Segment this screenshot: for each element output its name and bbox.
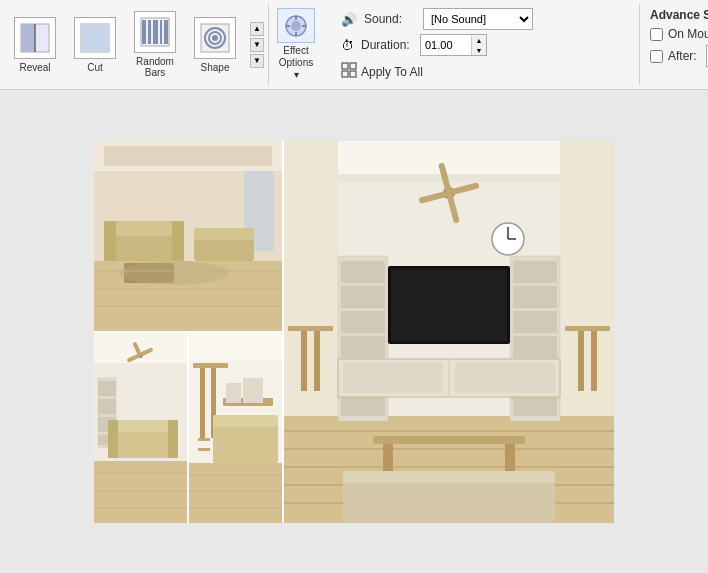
scroll-up-arrow[interactable]: ▲ (250, 22, 264, 36)
svg-rect-61 (341, 261, 385, 283)
transition-reveal[interactable]: Reveal (8, 13, 62, 77)
svg-rect-103 (108, 420, 118, 458)
timing-panel: 🔊 Sound: [No Sound] ⏱ Duration: ▲ ▼ (331, 4, 631, 85)
slide-image-large (284, 141, 614, 523)
transition-random-bars[interactable]: Random Bars (128, 7, 182, 82)
svg-rect-122 (198, 438, 210, 441)
on-mouse-click-checkbox[interactable] (650, 28, 663, 41)
duration-spinners: ▲ ▼ (471, 35, 486, 55)
svg-rect-118 (226, 383, 241, 403)
svg-rect-101 (108, 428, 178, 458)
svg-rect-23 (342, 71, 348, 77)
svg-rect-63 (341, 311, 385, 333)
svg-rect-97 (98, 381, 116, 396)
transition-cut[interactable]: Cut (68, 13, 122, 77)
svg-rect-110 (189, 333, 282, 361)
svg-rect-64 (341, 336, 385, 358)
svg-rect-83 (591, 331, 597, 391)
svg-rect-114 (193, 363, 228, 368)
svg-rect-104 (168, 420, 178, 458)
scroll-arrows: ▲ ▼ ▼ (250, 4, 264, 85)
svg-rect-80 (314, 331, 320, 391)
shape-label: Shape (201, 62, 230, 73)
svg-rect-81 (565, 326, 610, 331)
svg-rect-84 (373, 436, 525, 444)
sound-row: 🔊 Sound: [No Sound] (341, 8, 621, 30)
svg-rect-87 (343, 479, 555, 523)
slide-image-4 (189, 333, 282, 523)
duration-input[interactable] (421, 35, 471, 55)
svg-rect-21 (342, 63, 348, 69)
svg-rect-98 (98, 399, 116, 414)
svg-rect-32 (104, 221, 116, 261)
slide-image-1 (94, 141, 282, 331)
duration-down-button[interactable]: ▼ (472, 45, 486, 55)
on-mouse-click-label: On Mouse Click (668, 27, 708, 41)
svg-rect-88 (343, 471, 555, 483)
apply-to-all-row[interactable]: Apply To All (341, 60, 621, 83)
svg-rect-77 (455, 363, 555, 393)
sound-icon: 🔊 (341, 12, 357, 27)
bottom-left-grid (94, 333, 282, 523)
after-label: After: (668, 49, 697, 63)
cut-label: Cut (87, 62, 103, 73)
svg-rect-4 (81, 24, 109, 52)
ribbon: Reveal Cut Ran (0, 0, 708, 90)
svg-rect-70 (513, 336, 557, 358)
duration-icon: ⏱ (341, 38, 354, 53)
svg-rect-8 (153, 20, 158, 44)
svg-rect-123 (198, 448, 210, 451)
svg-rect-119 (243, 378, 263, 403)
duration-input-container: ▲ ▼ (420, 34, 487, 56)
svg-rect-35 (194, 228, 254, 240)
svg-rect-62 (341, 286, 385, 308)
svg-rect-33 (172, 221, 184, 261)
transition-shape[interactable]: Shape (188, 13, 242, 77)
svg-rect-67 (513, 261, 557, 283)
duration-label: Duration: (361, 38, 416, 52)
reveal-label: Reveal (19, 62, 50, 73)
effect-options-label: EffectOptions ▾ (277, 45, 315, 81)
svg-rect-76 (343, 363, 443, 393)
svg-rect-82 (578, 331, 584, 391)
scroll-down-arrow[interactable]: ▼ (250, 38, 264, 52)
shape-icon (194, 17, 236, 59)
effect-options-icon (277, 8, 315, 43)
svg-rect-91 (94, 333, 187, 363)
svg-rect-120 (213, 423, 278, 463)
duration-up-button[interactable]: ▲ (472, 35, 486, 45)
svg-rect-22 (350, 63, 356, 69)
svg-rect-90 (94, 461, 187, 523)
sound-label: Sound: (364, 12, 419, 26)
advance-slide-panel: Advance Slide On Mouse Click After: ▲ ▼ (639, 4, 708, 85)
svg-rect-69 (513, 311, 557, 333)
advance-slide-title: Advance Slide (650, 8, 708, 22)
transition-gallery: Reveal Cut Ran (0, 4, 250, 85)
on-mouse-click-row: On Mouse Click (650, 27, 708, 41)
svg-rect-7 (148, 20, 151, 44)
scroll-more-arrow[interactable]: ▼ (250, 54, 264, 68)
after-row: After: ▲ ▼ (650, 45, 708, 67)
slide-image-3 (94, 333, 187, 523)
after-checkbox[interactable] (650, 50, 663, 63)
slide-area (0, 90, 708, 573)
duration-row: ⏱ Duration: ▲ ▼ (341, 34, 621, 56)
svg-point-16 (291, 21, 301, 31)
svg-rect-68 (513, 286, 557, 308)
svg-rect-73 (391, 269, 507, 341)
random-bars-label: Random Bars (134, 56, 176, 78)
svg-rect-79 (301, 331, 307, 391)
apply-icon (341, 62, 357, 81)
svg-rect-28 (104, 146, 272, 166)
sound-select[interactable]: [No Sound] (423, 8, 533, 30)
cut-icon (74, 17, 116, 59)
effect-options-button[interactable]: EffectOptions ▾ (268, 4, 323, 85)
svg-point-14 (212, 35, 218, 41)
svg-rect-78 (288, 326, 333, 331)
svg-rect-6 (142, 20, 146, 44)
svg-point-37 (119, 261, 229, 285)
reveal-icon (14, 17, 56, 59)
slide-canvas (94, 141, 614, 523)
svg-rect-121 (213, 415, 278, 427)
random-bars-icon (134, 11, 176, 53)
